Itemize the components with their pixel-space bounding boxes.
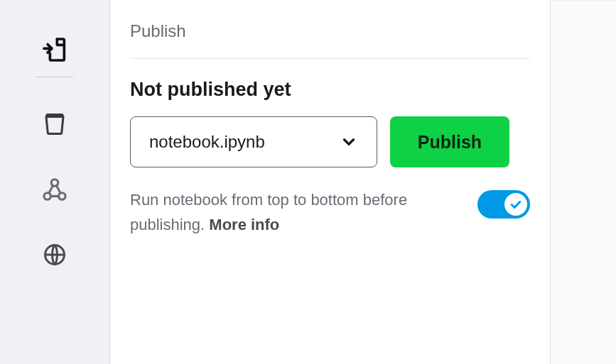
nodes-icon[interactable] [39, 174, 70, 205]
helper-text: Run notebook from top to bottom before p… [130, 187, 414, 237]
chevron-down-icon [340, 133, 358, 151]
publish-status: Not published yet [130, 79, 530, 101]
run-before-publish-toggle[interactable] [477, 190, 530, 219]
sidebar-divider [36, 77, 73, 77]
more-info-link[interactable]: More info [209, 216, 279, 233]
globe-icon[interactable] [39, 239, 70, 270]
toggle-knob [504, 193, 527, 216]
svg-point-1 [44, 193, 51, 200]
file-select[interactable]: notebook.ipynb [130, 116, 377, 167]
publish-panel: Publish Not published yet notebook.ipynb… [110, 0, 551, 364]
right-gutter [551, 0, 616, 364]
import-file-icon[interactable] [39, 34, 70, 65]
svg-point-2 [59, 193, 66, 200]
publish-button[interactable]: Publish [390, 116, 509, 167]
svg-point-0 [51, 180, 58, 187]
sidebar [0, 0, 110, 364]
file-select-value: notebook.ipynb [149, 132, 265, 152]
helper-row: Run notebook from top to bottom before p… [130, 187, 530, 237]
panel-title: Publish [130, 21, 530, 59]
jar-icon[interactable] [39, 109, 70, 140]
publish-row: notebook.ipynb Publish [130, 116, 530, 167]
check-icon [509, 197, 523, 211]
